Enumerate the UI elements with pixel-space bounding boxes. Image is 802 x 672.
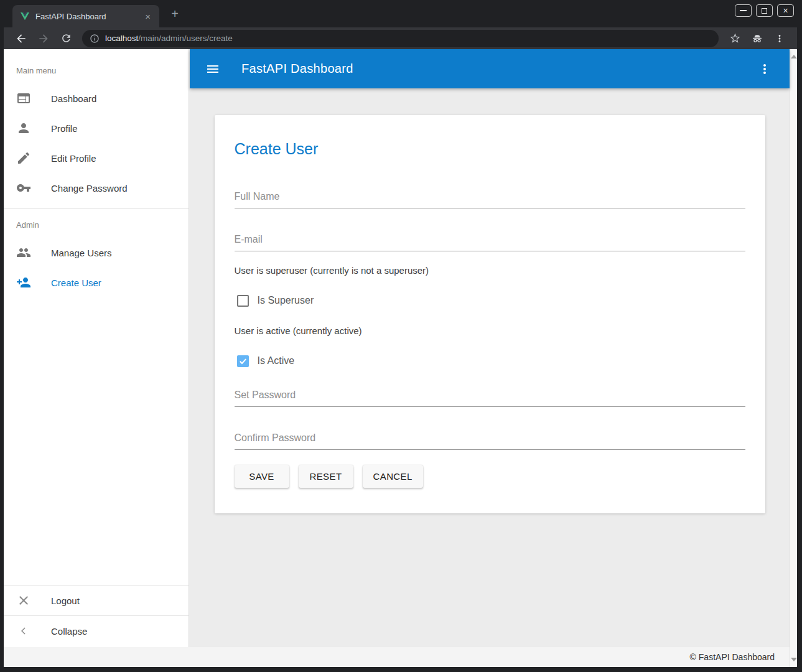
email-field[interactable]	[235, 234, 745, 251]
sidebar-item-label: Manage Users	[51, 248, 112, 258]
back-icon[interactable]	[13, 30, 29, 47]
scrollbar-up-arrow-icon[interactable]	[791, 55, 797, 58]
maximize-icon	[762, 8, 767, 14]
scrollbar-down-arrow-icon[interactable]	[791, 658, 797, 661]
page-title: Create User	[235, 115, 745, 157]
close-icon: ×	[783, 6, 788, 15]
main-content: Create User User is superuser (currently…	[190, 88, 790, 647]
copyright-text: © FastAPI Dashboard	[690, 652, 775, 662]
superuser-checkbox-row: Is Superuser	[235, 292, 745, 309]
full-name-field[interactable]	[235, 191, 745, 208]
browser-tab[interactable]: FastAPI Dashboard ×	[12, 5, 159, 27]
page-viewport: Main menu Dashboard Profile Edit Profile	[4, 49, 797, 667]
sidebar-item-label: Profile	[51, 123, 78, 134]
app-title: FastAPI Dashboard	[241, 62, 353, 76]
page-scrollbar[interactable]	[790, 49, 797, 667]
sidebar-item-profile[interactable]: Profile	[4, 113, 189, 143]
confirm-password-field[interactable]	[235, 432, 745, 450]
reload-icon[interactable]	[58, 30, 74, 47]
form-actions: SAVE RESET CANCEL	[235, 465, 745, 488]
new-tab-button[interactable]: +	[167, 6, 183, 22]
hamburger-menu-icon[interactable]	[205, 62, 220, 77]
logout-x-icon	[16, 593, 31, 608]
sidebar-item-label: Logout	[51, 595, 80, 606]
superuser-checkbox-label: Is Superuser	[258, 295, 314, 306]
browser-window: FastAPI Dashboard × + × localhost/main/a…	[0, 0, 802, 672]
maximize-button[interactable]	[756, 4, 773, 17]
person-icon	[16, 121, 31, 136]
sidebar-item-dashboard[interactable]: Dashboard	[4, 83, 189, 113]
page-footer: © FastAPI Dashboard	[4, 647, 790, 667]
sidebar-item-label: Dashboard	[51, 93, 96, 104]
people-icon	[16, 245, 31, 260]
bookmark-star-icon[interactable]	[727, 30, 743, 47]
forward-icon[interactable]	[35, 30, 52, 47]
browser-menu-icon[interactable]	[772, 30, 788, 47]
person-add-icon	[16, 275, 31, 290]
app-toolbar: FastAPI Dashboard	[190, 49, 790, 88]
tab-close-icon[interactable]: ×	[142, 11, 153, 22]
tab-strip: FastAPI Dashboard × + ×	[4, 0, 797, 27]
incognito-icon	[749, 30, 765, 47]
sidebar-section-main-menu: Main menu	[4, 49, 189, 83]
minimize-button[interactable]	[735, 4, 752, 17]
minimize-icon	[740, 10, 747, 11]
cancel-button[interactable]: CANCEL	[363, 465, 423, 488]
set-password-field[interactable]	[235, 390, 745, 407]
vue-favicon-icon	[20, 11, 30, 21]
create-user-card: Create User User is superuser (currently…	[215, 115, 765, 513]
url-path: /main/admin/users/create	[138, 34, 233, 43]
sidebar-item-label: Create User	[51, 278, 101, 288]
sidebar-item-logout[interactable]: Logout	[4, 586, 189, 615]
tab-title: FastAPI Dashboard	[35, 12, 142, 21]
active-checkbox-row: Is Active	[235, 352, 745, 370]
app-overflow-menu-icon[interactable]	[757, 62, 772, 77]
active-note: User is active (currently active)	[235, 325, 745, 336]
sidebar-item-change-password[interactable]: Change Password	[4, 173, 189, 203]
dashboard-icon	[16, 91, 31, 106]
sidebar-item-manage-users[interactable]: Manage Users	[4, 238, 189, 268]
sidebar: Main menu Dashboard Profile Edit Profile	[4, 49, 189, 647]
save-button[interactable]: SAVE	[235, 465, 289, 488]
superuser-checkbox[interactable]	[237, 295, 249, 307]
window-controls: ×	[735, 4, 794, 17]
sidebar-bottom: Logout Collapse	[4, 585, 189, 646]
close-button[interactable]: ×	[777, 4, 794, 17]
sidebar-item-collapse[interactable]: Collapse	[4, 616, 189, 646]
sidebar-item-label: Edit Profile	[51, 153, 96, 164]
active-checkbox-label: Is Active	[258, 355, 295, 366]
chevron-left-icon	[17, 625, 30, 637]
active-checkbox[interactable]	[237, 355, 249, 367]
reset-button[interactable]: RESET	[299, 465, 353, 488]
sidebar-item-edit-profile[interactable]: Edit Profile	[4, 143, 189, 173]
url-bar[interactable]: localhost/main/admin/users/create	[82, 30, 719, 47]
sidebar-item-label: Collapse	[51, 626, 87, 637]
sidebar-section-admin: Admin	[4, 209, 189, 238]
superuser-note: User is superuser (currently is not a su…	[235, 265, 745, 276]
browser-toolbar: localhost/main/admin/users/create	[4, 27, 797, 49]
info-icon[interactable]	[90, 34, 100, 44]
pencil-icon	[16, 151, 31, 166]
url-host: localhost	[105, 34, 138, 43]
sidebar-item-label: Change Password	[51, 183, 128, 194]
sidebar-item-create-user[interactable]: Create User	[4, 268, 189, 297]
key-icon	[16, 180, 31, 195]
